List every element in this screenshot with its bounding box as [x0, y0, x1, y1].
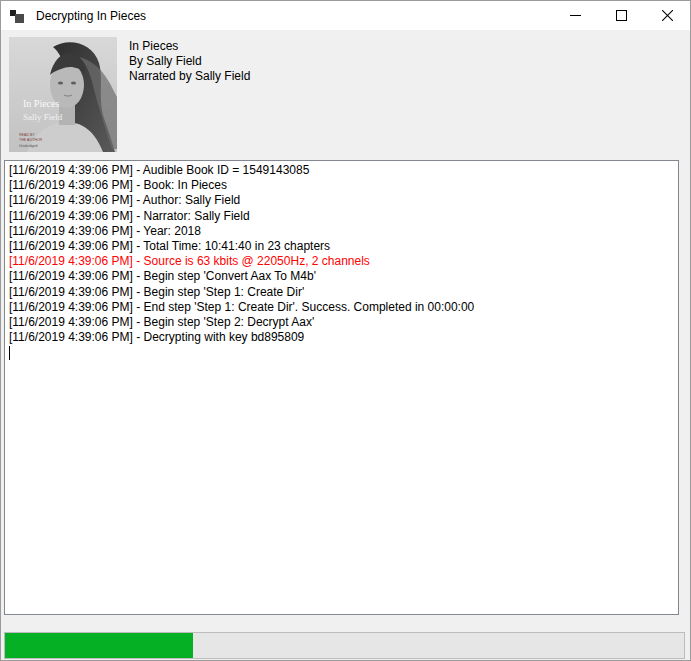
log-line: [11/6/2019 4:39:06 PM] - Decrypting with… — [9, 330, 674, 345]
log-line: [11/6/2019 4:39:06 PM] - Source is 63 kb… — [9, 254, 674, 269]
book-title: In Pieces — [129, 39, 250, 54]
log-line: [11/6/2019 4:39:06 PM] - Narrator: Sally… — [9, 209, 674, 224]
cover-author-text: Sally Field — [23, 112, 63, 122]
close-icon — [662, 10, 673, 21]
log-line: [11/6/2019 4:39:06 PM] - Total Time: 10:… — [9, 239, 674, 254]
maximize-icon — [616, 10, 627, 21]
progress-fill — [5, 633, 193, 658]
log-line: [11/6/2019 4:39:06 PM] - Year: 2018 — [9, 224, 674, 239]
cover-readby-line1: READ BY — [19, 133, 35, 137]
titlebar[interactable]: Decrypting In Pieces — [1, 1, 690, 30]
book-cover-image: In Pieces Sally Field READ BY THE AUTHOR… — [9, 37, 117, 152]
log-line: [11/6/2019 4:39:06 PM] - Audible Book ID… — [9, 163, 674, 178]
minimize-icon — [570, 10, 581, 21]
progress-bar — [4, 632, 685, 659]
log-line: [11/6/2019 4:39:06 PM] - Begin step 'Ste… — [9, 315, 674, 330]
book-header: In Pieces Sally Field READ BY THE AUTHOR… — [1, 30, 690, 152]
text-caret — [9, 346, 10, 360]
book-narrator: Narrated by Sally Field — [129, 69, 250, 84]
maximize-button[interactable] — [598, 1, 644, 30]
log-line: [11/6/2019 4:39:06 PM] - End step 'Step … — [9, 300, 674, 315]
book-info: In Pieces By Sally Field Narrated by Sal… — [129, 39, 250, 84]
book-author: By Sally Field — [129, 54, 250, 69]
window-title: Decrypting In Pieces — [36, 9, 146, 23]
book-cover-art: In Pieces Sally Field READ BY THE AUTHOR… — [9, 37, 117, 152]
log-line: [11/6/2019 4:39:06 PM] - Begin step 'Ste… — [9, 285, 674, 300]
log-textbox[interactable]: [11/6/2019 4:39:06 PM] - Audible Book ID… — [4, 160, 679, 615]
log-line: [11/6/2019 4:39:06 PM] - Author: Sally F… — [9, 193, 674, 208]
cover-edition-text: Unabridged — [19, 144, 38, 148]
log-line: [11/6/2019 4:39:06 PM] - Book: In Pieces — [9, 178, 674, 193]
close-button[interactable] — [644, 1, 690, 30]
log-line: [11/6/2019 4:39:06 PM] - Begin step 'Con… — [9, 269, 674, 284]
app-window: Decrypting In Pieces — [0, 0, 691, 661]
app-icon — [10, 8, 26, 24]
window-controls — [552, 1, 690, 30]
cover-title-text: In Pieces — [23, 98, 59, 109]
cover-readby-line2: THE AUTHOR — [19, 138, 43, 142]
minimize-button[interactable] — [552, 1, 598, 30]
